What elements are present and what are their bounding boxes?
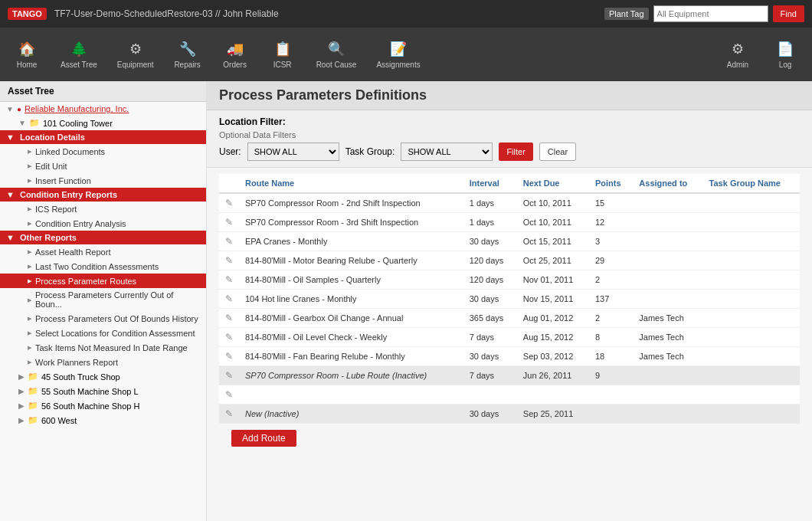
nav-admin[interactable]: ⚙ Admin	[715, 31, 761, 77]
edit-cell[interactable]: ✎	[219, 270, 239, 290]
nav-root-cause[interactable]: 🔍 Root Cause	[307, 31, 366, 77]
next-due-cell: Aug 01, 2012	[517, 309, 589, 328]
other-reports-label: Other Reports	[20, 233, 77, 242]
nav-repairs[interactable]: 🔧 Repairs	[165, 31, 211, 77]
col-interval[interactable]: Interval	[463, 174, 517, 193]
col-points[interactable]: Points	[589, 174, 633, 193]
work-planners-label: Work Planners Report	[35, 358, 118, 367]
edit-icon[interactable]: ✎	[225, 332, 233, 342]
main-layout: Asset Tree ▼ ● Reliable Manufacturing, I…	[0, 81, 812, 521]
sidebar-item-condition-analysis[interactable]: ▸ Condition Entry Analysis	[0, 216, 206, 231]
nav-asset-tree[interactable]: 🌲 Asset Tree	[51, 31, 106, 77]
assigned-to-cell	[633, 405, 702, 424]
col-assigned-to[interactable]: Assigned to	[633, 174, 702, 193]
sidebar-item-last-two[interactable]: ▸ Last Two Condition Assessments	[0, 259, 206, 274]
arrow-edit: ▸	[28, 161, 32, 171]
section-condition-entry[interactable]: ▼ Condition Entry Reports	[0, 188, 206, 202]
plant-tag-input[interactable]	[653, 5, 768, 22]
sidebar-item-linked-docs[interactable]: ▸ Linked Documents	[0, 144, 206, 159]
find-button[interactable]: Find	[773, 5, 804, 22]
sidebar-item-insert-function[interactable]: ▸ Insert Function	[0, 173, 206, 188]
arrow-last: ▸	[28, 261, 32, 271]
sidebar-item-select-locations[interactable]: ▸ Select Locations for Condition Assessm…	[0, 326, 206, 340]
assigned-to-cell	[633, 270, 702, 290]
edit-cell[interactable]: ✎	[219, 213, 239, 232]
edit-icon[interactable]: ✎	[225, 293, 233, 304]
edit-icon[interactable]: ✎	[225, 370, 233, 381]
sidebar-item-cooling-tower[interactable]: ▼ 📁 101 Cooling Tower	[0, 116, 206, 130]
table-container: Route Name Interval Next Due Points Assi…	[207, 174, 812, 465]
sidebar-item-600-west[interactable]: ▶ 📁 600 West	[0, 413, 206, 428]
sidebar-item-ics-report[interactable]: ▸ ICS Report	[0, 202, 206, 216]
nav-equipment[interactable]: ⚙ Equipment	[108, 31, 163, 77]
edit-icon[interactable]: ✎	[225, 217, 233, 228]
task-items-label: Task Items Not Measured In Date Range	[35, 343, 188, 352]
route-name-cell: SP70 Compressor Room - 2nd Shift Inspect…	[239, 193, 463, 213]
edit-icon[interactable]: ✎	[225, 236, 233, 247]
task-group-select[interactable]: SHOW ALL	[401, 143, 493, 161]
edit-cell[interactable]: ✎	[219, 232, 239, 251]
sidebar-item-params-history[interactable]: ▸ Process Parameters Out Of Bounds Histo…	[0, 311, 206, 326]
clear-button[interactable]: Clear	[539, 143, 576, 161]
edit-cell[interactable]: ✎	[219, 290, 239, 309]
edit-cell[interactable]: ✎	[219, 309, 239, 328]
sidebar-item-asset-health[interactable]: ▸ Asset Health Report	[0, 244, 206, 259]
section-location-details[interactable]: ▼ Location Details	[0, 130, 206, 144]
nav-home[interactable]: 🏠 Home	[4, 31, 50, 77]
edit-icon[interactable]: ✎	[225, 313, 233, 323]
sidebar-title: Asset Tree	[0, 81, 206, 102]
route-name-cell: 104 Hot line Cranes - Monthly	[239, 290, 463, 309]
col-route-name[interactable]: Route Name	[239, 174, 463, 193]
edit-cell[interactable]: ✎	[219, 328, 239, 347]
app-title: TF7-User-Demo-ScheduledRestore-03 // Joh…	[54, 8, 279, 19]
next-due-cell: Oct 15, 2011	[517, 232, 589, 251]
nav-icsr[interactable]: 📋 ICSR	[260, 31, 306, 77]
user-select[interactable]: SHOW ALL	[247, 143, 339, 161]
nav-repairs-label: Repairs	[174, 61, 200, 69]
filter-button[interactable]: Filter	[499, 143, 532, 161]
edit-cell[interactable]: ✎	[219, 366, 239, 385]
linked-docs-label: Linked Documents	[35, 147, 105, 156]
condition-entry-label: Condition Entry Reports	[20, 190, 117, 199]
interval-cell: 1 days	[463, 213, 517, 232]
sidebar-item-task-items[interactable]: ▸ Task Items Not Measured In Date Range	[0, 340, 206, 355]
routes-table: Route Name Interval Next Due Points Assi…	[219, 174, 800, 424]
sidebar-item-machine-shop-l[interactable]: ▶ 📁 55 South Machine Shop L	[0, 384, 206, 398]
nav-assignments[interactable]: 📝 Assignments	[367, 31, 429, 77]
last-two-label: Last Two Condition Assessments	[35, 262, 159, 271]
col-next-due[interactable]: Next Due	[517, 174, 589, 193]
edit-cell[interactable]: ✎	[219, 385, 239, 405]
sidebar-item-reliable-mfg[interactable]: ▼ ● Reliable Manufacturing, Inc.	[0, 102, 206, 116]
nav-orders-label: Orders	[223, 61, 247, 69]
edit-icon[interactable]: ✎	[225, 198, 233, 208]
nav-log[interactable]: 📄 Log	[762, 31, 808, 77]
section-other-reports[interactable]: ▼ Other Reports	[0, 231, 206, 244]
task-group-cell	[703, 251, 800, 270]
arrow-select: ▸	[28, 328, 32, 338]
edit-icon[interactable]: ✎	[225, 274, 233, 285]
edit-icon[interactable]: ✎	[225, 389, 233, 400]
expand-south-truck: ▶	[18, 372, 25, 381]
edit-cell[interactable]: ✎	[219, 251, 239, 270]
edit-icon[interactable]: ✎	[225, 255, 233, 266]
sidebar-item-machine-shop-h[interactable]: ▶ 📁 56 South Machine Shop H	[0, 398, 206, 413]
edit-icon[interactable]: ✎	[225, 351, 233, 362]
next-due-cell: Nov 15, 2011	[517, 290, 589, 309]
add-route-button[interactable]: Add Route	[231, 430, 296, 447]
route-name-cell: 814-80'Mill - Gearbox Oil Change - Annua…	[239, 309, 463, 328]
edit-cell[interactable]: ✎	[219, 347, 239, 366]
sidebar-item-params-current[interactable]: ▸ Process Parameters Currently Out of Bo…	[0, 288, 206, 311]
edit-cell[interactable]: ✎	[219, 405, 239, 424]
sidebar-item-process-param-routes[interactable]: ▸ Process Parameter Routes	[0, 274, 206, 288]
page-title: Process Parameters Definitions	[219, 87, 427, 103]
col-task-group[interactable]: Task Group Name	[703, 174, 800, 193]
edit-icon[interactable]: ✎	[225, 408, 233, 419]
sidebar-item-work-planners[interactable]: ▸ Work Planners Report	[0, 355, 206, 369]
edit-cell[interactable]: ✎	[219, 193, 239, 213]
table-row: ✎New (Inactive)30 daysSep 25, 2011	[219, 405, 800, 424]
task-group-cell	[703, 328, 800, 347]
sidebar-item-south-truck-shop[interactable]: ▶ 📁 45 South Truck Shop	[0, 369, 206, 384]
sidebar-item-edit-unit[interactable]: ▸ Edit Unit	[0, 159, 206, 173]
interval-cell: 7 days	[463, 328, 517, 347]
nav-orders[interactable]: 🚚 Orders	[212, 31, 258, 77]
